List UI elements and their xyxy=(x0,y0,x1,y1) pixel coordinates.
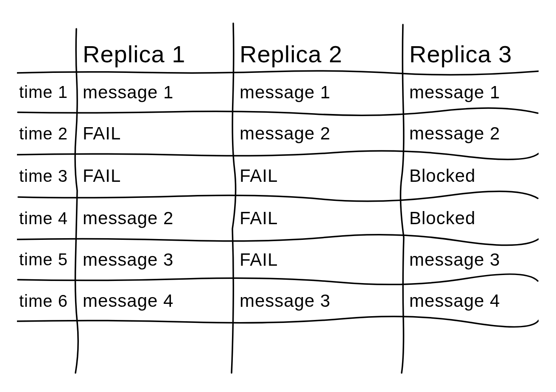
row-label-time3: time 3 xyxy=(17,155,76,197)
cell-t5-r1: message 3 xyxy=(76,239,233,280)
cell-t3-r1: FAIL xyxy=(76,155,233,197)
column-header-replica-3: Replica 3 xyxy=(403,17,539,72)
column-header-replica-1: Replica 1 xyxy=(76,17,233,72)
cell-t4-r3: Blocked xyxy=(403,197,539,239)
cell-t1-r1: message 1 xyxy=(76,72,233,112)
cell-t5-r3: message 3 xyxy=(403,239,539,280)
cell-t3-r2: FAIL xyxy=(233,155,403,197)
cell-t5-r2: FAIL xyxy=(233,239,403,280)
row-label-time4: time 4 xyxy=(17,197,76,239)
row-label-time6: time 6 xyxy=(17,280,76,322)
cell-t4-r2: FAIL xyxy=(233,197,403,239)
cell-t4-r1: message 2 xyxy=(76,197,233,239)
cell-t6-r2: message 3 xyxy=(233,280,403,322)
cell-t6-r3: message 4 xyxy=(403,280,539,322)
cell-t2-r1: FAIL xyxy=(76,112,233,155)
row-label-time5: time 5 xyxy=(17,239,76,280)
cell-t1-r3: message 1 xyxy=(403,72,539,112)
row-label-time1: time 1 xyxy=(17,72,76,112)
table-grid: Replica 1 Replica 2 Replica 3 time 1 mes… xyxy=(17,17,539,356)
row-label-time2: time 2 xyxy=(17,112,76,155)
cell-t3-r3: Blocked xyxy=(403,155,539,197)
cell-t1-r2: message 1 xyxy=(233,72,403,112)
cell-t2-r2: message 2 xyxy=(233,112,403,155)
cell-t2-r3: message 2 xyxy=(403,112,539,155)
replica-timeline-table: Replica 1 Replica 2 Replica 3 time 1 mes… xyxy=(17,17,539,375)
corner-cell xyxy=(17,17,76,72)
cell-t6-r1: message 4 xyxy=(76,280,233,322)
column-header-replica-2: Replica 2 xyxy=(233,17,403,72)
